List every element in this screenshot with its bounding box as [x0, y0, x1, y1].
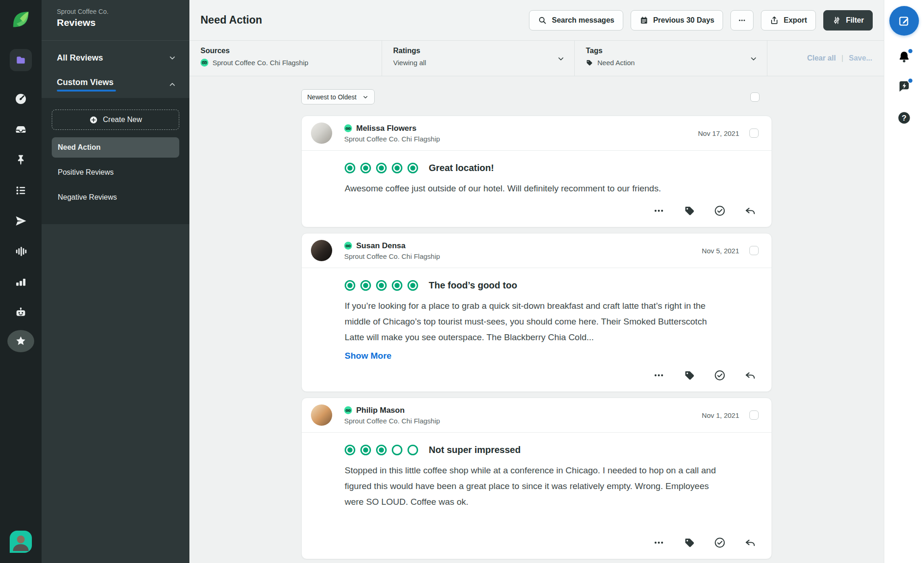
reply-button[interactable] [744, 369, 756, 381]
tripadvisor-badge-icon [344, 242, 352, 250]
main-header: Need Action Search messages Previous 30 … [189, 0, 884, 41]
reviews-sidebar: Sprout Coffee Co. Reviews All Reviews Cu… [42, 0, 189, 563]
sidebar-item-custom-views[interactable]: Custom Views [42, 71, 189, 98]
tripadvisor-source-icon [201, 59, 208, 67]
search-messages-button[interactable]: Search messages [529, 10, 623, 31]
compose-button[interactable] [889, 6, 919, 36]
clear-all-link[interactable]: Clear all [807, 54, 836, 62]
reply-button[interactable] [744, 205, 756, 217]
date-range-button[interactable]: Previous 30 Days [631, 10, 723, 31]
rating-bubbles [345, 280, 423, 291]
rating-bubble-filled [407, 163, 418, 173]
save-view-link[interactable]: Save... [849, 54, 872, 62]
rating-bubble-filled [360, 280, 371, 291]
reviewer-name[interactable]: Susan Densa [356, 241, 406, 251]
tag-message-button[interactable] [683, 369, 695, 381]
sidebar-item-positive-reviews[interactable]: Positive Reviews [52, 162, 179, 183]
message-more-button[interactable] [653, 205, 665, 217]
rating-bubble-filled [376, 280, 387, 291]
chevron-down-icon [168, 54, 176, 62]
complete-message-button[interactable] [714, 369, 726, 381]
rail-item-reports[interactable] [14, 275, 27, 288]
robot-icon [14, 306, 27, 319]
rating-bubble-filled [392, 163, 402, 173]
sidebar-item-need-action[interactable]: Need Action [52, 137, 179, 158]
check-circle-icon [714, 537, 726, 549]
tag-message-button[interactable] [683, 537, 695, 549]
create-new-view-button[interactable]: Create New [52, 110, 179, 130]
rail-item-feeds[interactable] [14, 184, 27, 197]
rail-item-dashboard[interactable] [14, 92, 27, 105]
show-more-link[interactable]: Show More [345, 351, 391, 361]
check-circle-icon [714, 205, 726, 217]
reply-icon [744, 369, 756, 381]
notifications-button[interactable] [897, 49, 912, 64]
review-location: Sprout Coffee Co. Chi Flagship [344, 252, 702, 260]
rating-bubble-filled [376, 163, 387, 173]
notification-dot [907, 78, 913, 84]
review-list: Newest to Oldest Melissa Flowers Sprout … [189, 76, 884, 563]
reviewer-name[interactable]: Philip Mason [356, 406, 405, 415]
filter-button[interactable]: Filter [823, 10, 873, 31]
rail-item-publishing[interactable] [14, 214, 27, 227]
reply-button[interactable] [744, 537, 756, 549]
filter-sliders-icon [832, 16, 841, 25]
star-icon [15, 335, 27, 347]
tag-icon [683, 537, 695, 549]
tag-message-button[interactable] [683, 205, 695, 217]
rail-item-listening[interactable] [14, 245, 27, 258]
rating-bubbles [345, 445, 423, 455]
rail-item-reviews-folder[interactable] [10, 49, 32, 71]
tripadvisor-badge-icon [344, 406, 352, 414]
review-title: Not super impressed [429, 445, 521, 455]
reply-icon [744, 205, 756, 217]
compose-pencil-icon [898, 14, 911, 27]
help-button[interactable]: ? [897, 110, 912, 125]
review-body: Stopped in this little coffee shop while… [345, 463, 717, 510]
chevron-up-icon [168, 80, 176, 89]
review-date: Nov 5, 2021 [702, 247, 739, 255]
rating-bubble-filled [345, 445, 355, 455]
complete-message-button[interactable] [714, 205, 726, 217]
review-location: Sprout Coffee Co. Chi Flagship [344, 417, 702, 425]
rating-bubble-filled [376, 445, 387, 455]
reply-icon [744, 537, 756, 549]
review-body: If you’re looking for a place to grab a … [345, 298, 717, 345]
tag-icon [683, 205, 695, 217]
chevron-down-icon [557, 55, 565, 63]
rail-item-reviews-active[interactable] [7, 330, 34, 352]
chevron-down-icon [749, 55, 758, 63]
filter-tags[interactable]: Tags Need Action [575, 41, 767, 76]
pin-icon [14, 153, 27, 166]
review-checkbox[interactable] [749, 246, 759, 255]
reviewer-name[interactable]: Melissa Flowers [356, 124, 416, 133]
complete-message-button[interactable] [714, 537, 726, 549]
sort-dropdown[interactable]: Newest to Oldest [301, 89, 375, 104]
rail-item-inbox[interactable] [14, 123, 27, 136]
waveform-icon [14, 245, 27, 258]
message-more-button[interactable] [653, 369, 665, 381]
user-avatar[interactable] [10, 531, 32, 553]
product-updates-button[interactable] [897, 79, 912, 94]
question-mark-icon: ? [897, 111, 911, 125]
rating-bubble-filled [407, 280, 418, 291]
tripadvisor-badge-icon [344, 124, 352, 132]
export-button[interactable]: Export [761, 10, 816, 31]
message-more-button[interactable] [653, 537, 665, 549]
rail-item-automation[interactable] [14, 306, 27, 319]
select-all-checkbox[interactable] [750, 92, 760, 102]
gauge-icon [14, 92, 27, 105]
reviewer-avatar [311, 122, 332, 144]
review-checkbox[interactable] [749, 129, 759, 138]
filter-ratings[interactable]: Ratings Viewing all [382, 41, 575, 76]
more-options-button[interactable] [730, 10, 754, 31]
filter-sources[interactable]: Sources Sprout Coffee Co. Chi Flagship [189, 41, 382, 76]
review-checkbox[interactable] [749, 410, 759, 420]
rail-item-pinned[interactable] [14, 153, 27, 166]
sidebar-item-all-reviews[interactable]: All Reviews [42, 44, 189, 71]
rating-bubbles [345, 163, 423, 173]
page-title: Need Action [201, 14, 262, 26]
main-content: Need Action Search messages Previous 30 … [189, 0, 884, 563]
utility-rail: ? [884, 0, 924, 563]
sidebar-item-negative-reviews[interactable]: Negative Reviews [52, 187, 179, 208]
